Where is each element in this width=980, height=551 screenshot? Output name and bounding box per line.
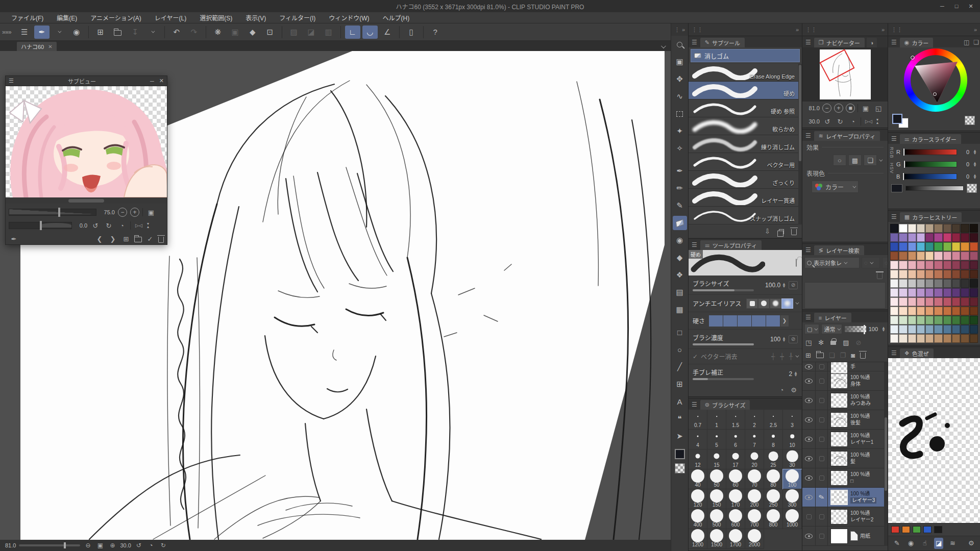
undo-icon[interactable]: ↶ <box>169 26 184 39</box>
history-color-swatch[interactable] <box>934 242 942 251</box>
brush-size-cell[interactable]: 8 <box>764 430 783 449</box>
subview-close-icon[interactable]: ✕ <box>159 78 164 84</box>
history-color-swatch[interactable] <box>899 316 907 324</box>
history-color-swatch[interactable] <box>970 224 978 233</box>
history-color-swatch[interactable] <box>961 279 969 288</box>
companion-mode-icon[interactable]: ▯ <box>404 26 419 39</box>
history-color-swatch[interactable] <box>890 307 898 315</box>
history-color-swatch[interactable] <box>925 307 934 315</box>
slider-spinner[interactable]: ▲▼ <box>973 149 977 155</box>
menu-item[interactable]: ウィンドウ(W) <box>323 12 375 23</box>
history-color-swatch[interactable] <box>917 307 925 315</box>
layer-row[interactable]: 100 %通レイヤー2 <box>802 507 888 527</box>
new-folder-icon[interactable] <box>816 353 824 358</box>
rotate-right-icon[interactable]: ↻ <box>159 542 168 549</box>
history-color-swatch[interactable] <box>934 270 942 279</box>
brush-size-cell[interactable]: 400 <box>689 509 707 529</box>
brush-size-cell[interactable]: 300 <box>783 489 802 509</box>
pen-tool-icon[interactable]: ✒ <box>673 164 687 178</box>
hardness-3[interactable] <box>738 315 752 327</box>
history-color-swatch[interactable] <box>943 334 951 343</box>
balloon-tool-icon[interactable]: ❝ <box>673 412 687 426</box>
vector-erase-checkbox[interactable]: ✓ <box>693 353 698 360</box>
history-color-swatch[interactable] <box>934 233 942 242</box>
layer-mask-icon[interactable]: ◙ <box>851 352 855 359</box>
history-color-swatch[interactable] <box>925 316 934 324</box>
history-color-swatch[interactable] <box>934 334 942 343</box>
subview-rotate-slider[interactable] <box>9 222 72 229</box>
color-wheel-tab[interactable]: ◉ カラー <box>900 38 934 47</box>
navigator-rotate-right-icon[interactable]: ↻ <box>835 118 845 126</box>
brush-size-cell[interactable]: 80 <box>764 469 783 489</box>
slider-mode-tab-rgb[interactable]: RGB <box>889 147 894 159</box>
history-color-swatch[interactable] <box>908 242 916 251</box>
sv-cursor[interactable] <box>933 92 937 96</box>
current-tool-icon[interactable]: ✒ <box>34 26 50 39</box>
history-color-swatch[interactable] <box>970 288 978 297</box>
layer-thumbnail[interactable] <box>830 432 848 447</box>
history-color-swatch[interactable] <box>970 270 978 279</box>
brush-size-cell[interactable]: 20 <box>745 449 764 469</box>
subtool-item[interactable]: レイヤー貫通 <box>689 189 802 207</box>
history-color-swatch[interactable] <box>961 316 969 324</box>
blend-tool-icon[interactable]: ◉ <box>673 233 687 247</box>
navigator-flip-vertical-icon[interactable]: ▾▴ <box>876 118 878 124</box>
history-color-swatch[interactable] <box>943 297 951 306</box>
aa-none-button[interactable] <box>746 298 758 309</box>
brush-size-cell[interactable]: 170 <box>726 489 745 509</box>
subview-thumbnail-grid-icon[interactable]: ⊞ <box>121 235 131 243</box>
navigator-zoom-out-icon[interactable]: − <box>822 104 831 113</box>
lock-transparent-pixels-icon[interactable]: ▨ <box>843 339 849 346</box>
brush-tool-icon[interactable]: ✎ <box>673 198 687 213</box>
redo-icon[interactable]: ↷ <box>186 26 202 39</box>
status-zoom-slider[interactable] <box>19 544 80 546</box>
subtool-item[interactable]: ざっくり <box>689 171 802 189</box>
brush-size-cell[interactable]: 25 <box>764 449 783 469</box>
menu-item[interactable]: レイヤー(L) <box>149 12 192 23</box>
history-color-swatch[interactable] <box>952 224 960 233</box>
color-mix-menu-icon[interactable]: ☰ <box>891 349 897 357</box>
slider-value[interactable]: 0 <box>959 173 969 180</box>
history-color-swatch[interactable] <box>943 261 951 269</box>
layer-checkbox[interactable] <box>819 379 824 384</box>
history-color-swatch[interactable] <box>899 307 907 315</box>
history-color-swatch[interactable] <box>908 270 916 279</box>
rotate-left-icon[interactable]: ↺ <box>134 542 143 549</box>
history-color-swatch[interactable] <box>908 233 916 242</box>
reference-layer-icon[interactable]: ✻ <box>818 339 824 346</box>
slider-value[interactable]: 0 <box>959 161 969 167</box>
ellipse-tool-icon[interactable]: ○ <box>673 342 687 357</box>
zoom-out-icon[interactable]: ⊖ <box>83 542 92 549</box>
history-color-swatch[interactable] <box>943 307 951 315</box>
subtool-delete-icon[interactable] <box>791 229 797 235</box>
slider-track[interactable] <box>902 149 957 155</box>
subview-delete-icon[interactable] <box>158 237 164 243</box>
history-color-swatch[interactable] <box>925 325 934 334</box>
history-color-swatch[interactable] <box>899 279 907 288</box>
layer-search-disabled-icon[interactable]: ⊘ <box>856 339 862 346</box>
history-color-swatch[interactable] <box>899 233 907 242</box>
figure-tool-icon[interactable]: □ <box>673 325 687 339</box>
brush-size-cell[interactable]: 2000 <box>745 529 764 549</box>
layer-thumbnail[interactable] <box>830 509 848 524</box>
history-color-swatch[interactable] <box>925 233 934 242</box>
effect-border-button[interactable]: ○ <box>833 155 846 166</box>
mix-color-chip[interactable] <box>913 526 921 533</box>
layer-checkbox[interactable] <box>819 475 824 481</box>
history-color-swatch[interactable] <box>908 316 916 324</box>
history-color-swatch[interactable] <box>943 279 951 288</box>
layer-search-filter-dropdown[interactable]: 表示対象レ <box>804 257 860 268</box>
layer-thumbnail[interactable] <box>830 393 848 408</box>
history-color-swatch[interactable] <box>934 297 942 306</box>
history-color-swatch[interactable] <box>961 288 969 297</box>
clip-to-layer-below-icon[interactable]: ◳ <box>805 339 812 346</box>
value-bar[interactable] <box>905 186 964 191</box>
color-menu-icon[interactable]: ☰ <box>891 39 897 46</box>
subview-flip-vertical-icon[interactable]: ▾▴ <box>147 222 149 229</box>
operation-tool-icon[interactable]: ➤ <box>673 429 687 443</box>
brush-size-cell[interactable]: 700 <box>745 509 764 529</box>
history-color-swatch[interactable] <box>890 325 898 334</box>
history-color-swatch[interactable] <box>952 316 960 324</box>
subtool-scrollbar[interactable] <box>798 64 802 224</box>
eye-icon[interactable] <box>805 379 813 384</box>
